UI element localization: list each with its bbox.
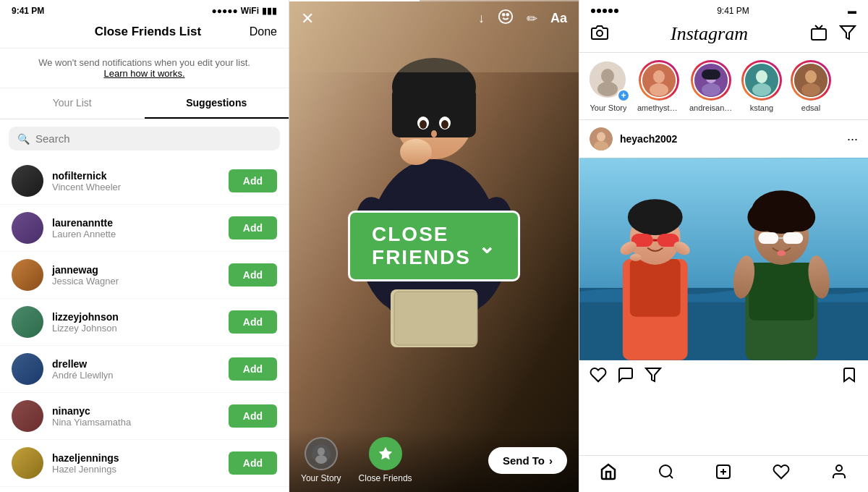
- svg-point-36: [756, 70, 767, 83]
- tabs: Your List Suggestions: [0, 88, 289, 119]
- profile-nav-button[interactable]: [830, 463, 848, 485]
- panel1-notice: We won't send notifications when you edi…: [0, 48, 289, 88]
- svg-rect-3: [392, 87, 476, 137]
- add-button[interactable]: Add: [229, 169, 277, 192]
- username: nofilternick: [52, 170, 220, 182]
- add-button[interactable]: Add: [229, 310, 277, 334]
- svg-point-26: [601, 69, 614, 83]
- svg-point-61: [783, 203, 815, 232]
- fullname: Hazel Jennings: [52, 464, 220, 475]
- add-button[interactable]: Add: [229, 404, 277, 428]
- avatar: [12, 353, 43, 385]
- home-nav-button[interactable]: [600, 463, 617, 485]
- close-friends-panel: 9:41 PM ●●●●● WiFi ▮▮▮ Close Friends Lis…: [0, 0, 289, 492]
- svg-point-21: [315, 455, 327, 464]
- done-button[interactable]: Done: [250, 25, 277, 38]
- list-item: ninanyc Nina Yiamsamatha Add: [0, 393, 289, 440]
- story-item-andreisantalo[interactable]: andreisantalo: [689, 60, 733, 112]
- heart-nav-button[interactable]: [773, 463, 790, 485]
- story-item-edsal[interactable]: edsal: [791, 60, 831, 112]
- close-friends-badge[interactable]: CLOSE FRIENDS ⌄: [348, 211, 520, 281]
- stories-row: + Your Story amethyst_girl: [579, 53, 868, 120]
- status-time-1: 9:41 PM: [12, 6, 44, 16]
- user-info: jannewag Jessica Wagner: [52, 264, 220, 287]
- add-button[interactable]: Add: [229, 263, 277, 287]
- story-top-bar: ✕ ↓ ✏ Aa: [289, 0, 579, 34]
- close-friends-share-label: Close Friends: [359, 473, 412, 483]
- story-close-button[interactable]: ✕: [301, 9, 314, 28]
- svg-rect-47: [630, 259, 681, 317]
- your-story-avatar-wrapper: +: [588, 60, 629, 101]
- camera-icon[interactable]: [591, 24, 608, 44]
- post-avatar: [590, 127, 613, 150]
- send-to-button[interactable]: Send To ›: [488, 447, 567, 474]
- list-item: drellew André Llewllyn Add: [0, 346, 289, 393]
- svg-rect-23: [812, 29, 826, 40]
- post-username[interactable]: heyach2002: [620, 133, 840, 145]
- username: lizzeyjohnson: [52, 311, 220, 323]
- fullname: André Llewllyn: [52, 370, 220, 381]
- svg-line-70: [669, 475, 672, 478]
- battery-icon: ▮▮▮: [262, 6, 277, 16]
- svg-point-69: [660, 465, 671, 477]
- your-story-icon: [305, 437, 338, 470]
- your-story-label: Your Story: [590, 103, 627, 112]
- story-top-icons: ↓ ✏ Aa: [478, 9, 567, 28]
- search-nav-button[interactable]: [658, 463, 675, 485]
- svg-marker-24: [841, 26, 855, 39]
- story-item-amethyst[interactable]: amethyst_girl: [637, 60, 681, 112]
- add-button[interactable]: Add: [229, 357, 277, 381]
- comment-button[interactable]: [617, 366, 634, 388]
- svg-point-65: [777, 250, 786, 256]
- add-button[interactable]: Add: [229, 216, 277, 239]
- add-button[interactable]: Add: [229, 451, 277, 475]
- search-input[interactable]: [35, 132, 271, 145]
- close-friends-option[interactable]: Close Friends: [359, 437, 412, 483]
- bookmark-button[interactable]: [841, 366, 858, 388]
- post-more-button[interactable]: ···: [847, 132, 858, 147]
- text-tool-icon[interactable]: Aa: [550, 11, 567, 26]
- learn-link[interactable]: Learn how it works.: [104, 68, 185, 79]
- search-bar[interactable]: 🔍: [9, 127, 280, 150]
- battery-icon-3: ▬: [848, 6, 856, 16]
- list-item: jannewag Jessica Wagner Add: [0, 252, 289, 299]
- your-story-label: Your Story: [301, 473, 341, 483]
- svg-rect-34: [702, 69, 720, 80]
- users-list: nofilternick Vincent Wheeler Add laurena…: [0, 158, 289, 492]
- share-button[interactable]: [644, 366, 662, 388]
- draw-icon[interactable]: ✏: [527, 11, 537, 27]
- fullname: Nina Yiamsamatha: [52, 417, 220, 428]
- tab-your-list[interactable]: Your List: [0, 88, 145, 119]
- like-button[interactable]: [590, 366, 607, 388]
- story-item-kstang[interactable]: kstang: [741, 60, 782, 112]
- status-icons-1: ●●●●● WiFi ▮▮▮: [212, 6, 277, 16]
- download-icon[interactable]: ↓: [478, 11, 485, 26]
- story-ring-andreisantalo: [691, 60, 731, 101]
- svg-point-60: [747, 203, 779, 232]
- add-nav-button[interactable]: [715, 463, 732, 485]
- avatar: [12, 259, 43, 291]
- svg-point-39: [805, 70, 817, 83]
- post-header: heyach2002 ···: [579, 120, 868, 158]
- instagram-feed-panel: 9:41 PM ▬ Instagram: [579, 0, 868, 492]
- svg-point-40: [801, 83, 820, 96]
- tab-suggestions[interactable]: Suggestions: [145, 88, 289, 119]
- your-story-option[interactable]: Your Story: [301, 437, 341, 483]
- story-share-options: Your Story Close Friends: [301, 437, 412, 483]
- story-ring-amethyst: [639, 60, 679, 101]
- username: drellew: [52, 358, 220, 370]
- avatar-andreisantalo: [693, 62, 729, 98]
- story-label-amethyst: amethyst_girl: [637, 103, 681, 112]
- filter-icon[interactable]: [839, 24, 856, 44]
- story-bottom-bar: Your Story Close Friends Send To ›: [289, 428, 579, 492]
- story-add-button[interactable]: +: [617, 89, 630, 102]
- list-item: laurenreehutto Lauren Hutto Add: [0, 487, 289, 492]
- story-item-your[interactable]: + Your Story: [588, 60, 629, 112]
- igtv-icon[interactable]: [810, 24, 827, 44]
- svg-point-20: [318, 448, 325, 456]
- sticker-icon[interactable]: [498, 9, 514, 28]
- story-label-edsal: edsal: [801, 103, 820, 112]
- status-time-3: 9:41 PM: [717, 6, 749, 16]
- instagram-logo: Instagram: [671, 23, 748, 45]
- chevron-right-icon: ›: [549, 454, 553, 467]
